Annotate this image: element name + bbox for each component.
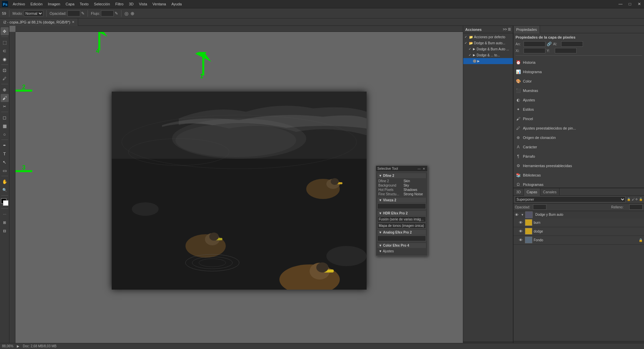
crop-tool[interactable]: ⊡ (1, 66, 9, 74)
caracter-icon: A (516, 144, 521, 150)
viveza2-input[interactable]: Viveza 2 (377, 203, 426, 209)
win-close[interactable]: ✕ (635, 0, 644, 8)
pen-tool[interactable]: ✒ (1, 141, 9, 149)
analog-input[interactable]: Analog Efex Pro 2 (377, 236, 426, 241)
quick-select-tool[interactable]: ◉ (1, 55, 9, 63)
action-item-dodge-to[interactable]: ✓ ▶ Dodge & ... to... (463, 52, 513, 58)
gradient-tool[interactable]: ▦ (1, 122, 9, 130)
section-pincel[interactable]: 🖌 Pincel (516, 115, 642, 122)
prop-input-y[interactable]: 0 cm (555, 48, 577, 53)
section-caracter[interactable]: A Carácter (516, 144, 642, 150)
win-minimize[interactable]: — (616, 0, 625, 8)
menu-edicion[interactable]: Edición (28, 0, 45, 8)
section-parrafo[interactable]: ¶ Párrafo (516, 153, 642, 160)
layer-fondo-visibility[interactable]: 👁 (519, 238, 524, 242)
opacity-input[interactable]: 84% (67, 10, 80, 16)
actions-panel-menu[interactable]: ☰ (508, 28, 511, 31)
props-tab-propiedades[interactable]: Propiedades (514, 26, 540, 33)
section-color[interactable]: 🎨 Color (516, 78, 642, 85)
lasso-tool[interactable]: ⊂ (1, 47, 9, 55)
prop-input-xi[interactable]: 0 cm (524, 48, 545, 53)
smoothing-icon[interactable]: ⊕ (130, 11, 135, 16)
analog-header[interactable]: ▼ Analog Efex Pro 2 (377, 230, 426, 235)
tab-canales[interactable]: Canales (540, 188, 559, 196)
shape-tool[interactable]: ▭ (1, 166, 9, 174)
layer-dodge-visibility[interactable]: 👁 (519, 229, 524, 233)
menu-3d[interactable]: 3D (126, 0, 136, 8)
section-pictogramas[interactable]: Ω Pictogramas (516, 181, 642, 188)
section-clone-source[interactable]: ⊕ Origen de clonación (516, 134, 642, 141)
text-tool[interactable]: T (1, 150, 9, 158)
menu-filtro[interactable]: Filtro (113, 0, 126, 8)
dodge-tool[interactable]: ○ (1, 130, 9, 138)
tab-capas[interactable]: Capas (524, 188, 540, 196)
mode-dropdown[interactable]: Normal (24, 10, 43, 16)
section-tool-presets[interactable]: ⚙ Herramientas preestablecidas (516, 162, 642, 169)
fusion-series-btn[interactable]: Fusión (serie de varias imág... (377, 216, 426, 222)
layer-dodge[interactable]: 👁 dodge (514, 227, 644, 236)
menu-seleccion[interactable]: Selección (91, 0, 113, 8)
color-efex-header[interactable]: ▼ Color Efex Pro 4 (377, 243, 426, 248)
layer-burn[interactable]: 👁 burn (514, 218, 644, 227)
tab-close-button[interactable]: ✕ (72, 18, 74, 26)
background-color[interactable] (3, 200, 8, 206)
selective-close[interactable]: ✕ (422, 167, 426, 170)
section-historia[interactable]: ⏰ Historia (516, 59, 642, 66)
dfine2-value-2: Shadows (402, 188, 426, 192)
prop-input-an[interactable]: 3,67 pulg. (524, 41, 545, 47)
layers-tab-bar: 3D Capas Canales (514, 188, 644, 196)
tab-3d[interactable]: 3D (514, 188, 524, 196)
action-item-default[interactable]: ✓ 📁 Acciones por defecto (463, 34, 513, 40)
eraser-tool[interactable]: ◻ (1, 113, 9, 121)
menu-capa[interactable]: Capa (63, 0, 77, 8)
action-item-playing[interactable]: ▶ (463, 58, 513, 64)
airbrush-icon[interactable]: ◎ (124, 11, 128, 16)
flow-input[interactable]: 63% (101, 10, 114, 16)
menu-imagen[interactable]: Imagen (45, 0, 63, 8)
menu-vista[interactable]: Vista (136, 0, 150, 8)
color-swatch[interactable] (1, 198, 8, 206)
section-histograma[interactable]: 📊 Histograma (516, 68, 642, 75)
action-item-dodge-group[interactable]: ✓ 📂 Dodge & Burn auto... (463, 40, 513, 46)
brush-tool[interactable]: 🖌 (1, 94, 9, 102)
svg-text:Ps: Ps (3, 2, 7, 6)
document-tab[interactable]: i2 - copia.JPG al 88,1% (dodge, RGB/8*) … (0, 18, 78, 26)
extra-tools[interactable]: ⋯ (1, 210, 9, 218)
section-bibliotecas[interactable]: 📚 Bibliotecas (516, 172, 642, 179)
menu-texto[interactable]: Texto (77, 0, 91, 8)
rect-select-tool[interactable]: ⬚ (1, 38, 9, 46)
layer-burn-visibility[interactable]: 👁 (519, 220, 524, 225)
section-ajustes[interactable]: ◐ Ajustes (516, 97, 642, 103)
viveza2-header[interactable]: ▼ Viveza 2 (377, 198, 426, 203)
selective-minimize[interactable]: — (417, 167, 421, 170)
screen-mode[interactable]: ⊟ (1, 227, 9, 235)
actions-menu-icon[interactable]: >> (503, 28, 507, 31)
quick-mask-tool[interactable]: ⊞ (1, 218, 9, 227)
fill-field[interactable]: 100% (629, 204, 643, 210)
group-visibility[interactable]: 👁 (515, 213, 520, 217)
prop-input-al[interactable]: 2,83 pulg. (561, 41, 583, 47)
section-estilos[interactable]: ✦ Estilos (516, 106, 642, 113)
dfine2-header[interactable]: ▼ Dfine 2 (377, 173, 426, 178)
opacity-field[interactable]: 100% (533, 204, 546, 210)
menu-ventana[interactable]: Ventana (150, 0, 169, 8)
path-select-tool[interactable]: ↖ (1, 158, 9, 166)
hand-tool[interactable]: ✋ (1, 178, 9, 186)
mapa-tonos-btn[interactable]: Mapa de tonos (imagen única) (377, 223, 426, 229)
win-maximize[interactable]: □ (625, 0, 635, 8)
clone-tool[interactable]: ✂ (1, 102, 9, 110)
action-item-dodge-auto[interactable]: ✓ ▶ Dodge & Burn Auto ... (463, 46, 513, 52)
zoom-tool[interactable]: 🔍 (1, 186, 9, 194)
layer-group-header[interactable]: 👁 ▼ Dodge y Burn auto (514, 211, 644, 218)
section-brush-presets[interactable]: 🖊 Ajustes preestablecidos de pin... (516, 125, 642, 132)
blend-mode-select[interactable]: Superponer (515, 196, 626, 202)
play-btn[interactable]: ▶ (477, 59, 480, 63)
eyedropper-tool[interactable]: 🖊 (1, 74, 9, 83)
spot-heal-tool[interactable]: ⊕ (1, 86, 9, 94)
move-tool[interactable]: ✥ (1, 27, 9, 35)
layer-fondo[interactable]: 👁 Fondo 🔒 (514, 236, 644, 245)
menu-archivo[interactable]: Archivo (10, 0, 28, 8)
hdr-header[interactable]: ▼ HDR Efex Pro 2 (377, 211, 426, 216)
menu-ayuda[interactable]: Ayuda (169, 0, 184, 8)
section-muestras[interactable]: ⬛ Muestras (516, 87, 642, 94)
